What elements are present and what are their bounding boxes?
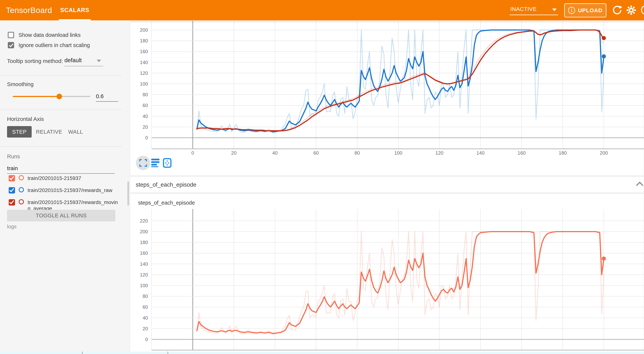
dropdown-underline — [64, 66, 103, 66]
section-title: steps_of_each_episode — [136, 177, 196, 193]
runs-heading: Runs — [7, 153, 20, 160]
run-color-radio[interactable] — [19, 175, 24, 180]
svg-text:60: 60 — [142, 304, 148, 310]
status-dropdown-value: INACTIVE — [510, 6, 536, 12]
smoothing-label: Smoothing — [7, 81, 34, 88]
svg-text:160: 160 — [140, 49, 148, 54]
checkbox-icon — [8, 32, 14, 38]
gear-icon[interactable] — [626, 5, 636, 15]
rewards-chart-plot[interactable]: 0204060801001201401601802000204060801001… — [130, 21, 644, 175]
svg-text:100: 100 — [394, 150, 402, 156]
run-color-radio[interactable] — [19, 199, 24, 204]
checkbox-ignore-outliers[interactable]: Ignore outliers in chart scaling — [8, 42, 90, 48]
tensorboard-app: TensorBoard SCALARS INACTIVE i UPLOAD — [0, 0, 644, 354]
svg-text:40: 40 — [272, 150, 278, 156]
axis-button-wall[interactable]: WALL — [66, 126, 85, 138]
svg-text:140: 140 — [476, 150, 484, 156]
svg-text:140: 140 — [140, 60, 148, 65]
svg-text:100: 100 — [140, 283, 148, 288]
divider — [0, 110, 122, 110]
strip-tick — [82, 352, 82, 354]
slider-fill — [13, 96, 59, 97]
fullscreen-icon[interactable] — [139, 159, 147, 168]
divider — [0, 146, 122, 147]
smoothing-slider[interactable] — [13, 96, 90, 97]
run-filter-underline — [7, 173, 115, 174]
upload-button[interactable]: i UPLOAD — [564, 3, 606, 18]
app-header: TensorBoard SCALARS INACTIVE i UPLOAD — [0, 0, 644, 20]
svg-text:0: 0 — [145, 135, 148, 140]
run-filter-input[interactable]: train — [7, 165, 18, 172]
steps-chart-plot[interactable]: 020406080100120140160180200220 — [130, 194, 644, 354]
svg-text:120: 120 — [140, 70, 148, 76]
header-shadow — [130, 21, 644, 24]
svg-text:20: 20 — [142, 326, 148, 332]
slider-handle[interactable] — [56, 94, 62, 99]
svg-text:180: 180 — [140, 38, 148, 44]
chevron-down-icon — [552, 8, 556, 11]
help-icon[interactable] — [641, 5, 644, 15]
chevron-up-icon[interactable] — [636, 181, 644, 187]
bottom-scroll-strip — [0, 352, 644, 354]
checkbox-show-download-links[interactable]: Show data download links — [8, 32, 80, 38]
smoothing-value-input[interactable]: 0.6 — [96, 93, 118, 100]
run-checkbox[interactable] — [9, 175, 15, 182]
sidebar-scrollbar[interactable] — [128, 182, 129, 206]
info-icon: i — [568, 7, 575, 14]
tooltip-sort-dropdown[interactable]: default — [64, 57, 82, 64]
svg-text:180: 180 — [559, 150, 566, 156]
svg-text:0: 0 — [145, 336, 148, 342]
app-title: TensorBoard — [6, 0, 52, 20]
toggle-all-runs-button[interactable]: TOGGLE ALL RUNS — [7, 210, 115, 222]
svg-text:200: 200 — [600, 150, 608, 156]
run-label: train/20201015-215937/rewards_raw — [28, 187, 112, 194]
steps-chart-card: steps_of_each_episode 020406080100120140… — [130, 194, 644, 354]
svg-text:40: 40 — [142, 114, 148, 119]
divider — [0, 75, 122, 76]
log-scale-icon[interactable] — [151, 159, 160, 168]
svg-text:80: 80 — [142, 92, 148, 98]
status-dropdown[interactable]: INACTIVE — [510, 4, 558, 15]
upload-button-label: UPLOAD — [578, 7, 602, 14]
run-row-2[interactable]: train/20201015-215937/rewards_raw — [9, 187, 112, 194]
fit-domain-icon[interactable] — [163, 158, 172, 169]
svg-text:120: 120 — [140, 272, 148, 278]
svg-text:60: 60 — [314, 150, 319, 156]
svg-text:40: 40 — [142, 315, 148, 321]
tooltip-sort-label: Tooltip sorting method: — [7, 58, 63, 64]
horizontal-axis-label: Horizontal Axis — [7, 116, 44, 122]
tab-scalars[interactable]: SCALARS — [59, 0, 91, 20]
svg-text:180: 180 — [140, 240, 148, 245]
checkbox-label: Ignore outliers in chart scaling — [18, 42, 90, 48]
axis-button-relative[interactable]: RELATIVE — [35, 126, 63, 138]
svg-text:80: 80 — [354, 150, 360, 156]
svg-text:100: 100 — [140, 81, 148, 87]
logs-label: logs — [7, 224, 16, 230]
run-row-1[interactable]: train/20201015-215937 — [9, 175, 81, 182]
refresh-icon[interactable] — [612, 5, 622, 15]
settings-sidebar: Show data download links Ignore outliers… — [0, 20, 130, 352]
svg-text:160: 160 — [518, 150, 526, 156]
run-color-radio[interactable] — [19, 187, 24, 192]
svg-text:200: 200 — [140, 229, 148, 234]
svg-text:160: 160 — [140, 250, 148, 256]
svg-text:120: 120 — [435, 150, 443, 156]
chevron-down-icon[interactable] — [97, 60, 101, 62]
svg-text:140: 140 — [140, 261, 148, 267]
svg-text:0: 0 — [192, 150, 194, 156]
svg-text:220: 220 — [140, 218, 148, 224]
axis-button-step[interactable]: STEP — [7, 126, 32, 138]
svg-text:60: 60 — [142, 102, 148, 108]
section-header-steps-of-each-episode[interactable]: steps_of_each_episode — [130, 177, 644, 192]
checkbox-icon — [8, 42, 14, 48]
checkbox-label: Show data download links — [18, 32, 80, 38]
strip-tick — [168, 352, 168, 354]
run-checkbox[interactable] — [9, 199, 15, 206]
svg-text:80: 80 — [142, 294, 148, 299]
run-checkbox[interactable] — [9, 187, 15, 194]
svg-text:200: 200 — [140, 27, 148, 33]
smoothing-underline — [96, 101, 118, 102]
svg-text:20: 20 — [142, 124, 148, 130]
svg-text:20: 20 — [231, 150, 237, 156]
rewards-chart-card: 0204060801001201401601802000204060801001… — [130, 21, 644, 176]
